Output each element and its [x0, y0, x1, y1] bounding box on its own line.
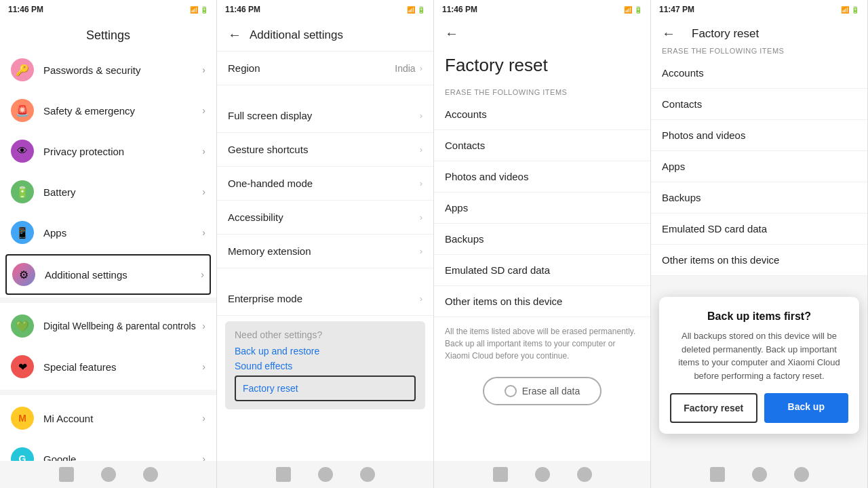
battery-chevron: ›	[202, 186, 205, 197]
mi-chevron: ›	[202, 413, 205, 424]
erase-other-3: Other items on this device	[434, 286, 650, 317]
status-bar-1: 11:46 PM 📶 🔋	[0, 0, 216, 19]
apps-chevron: ›	[202, 227, 205, 238]
battery-icon-4: 🔋	[851, 6, 859, 14]
google-chevron: ›	[202, 453, 205, 461]
back-btn-4[interactable]: ←	[662, 26, 675, 41]
erase-contacts-4: Contacts	[651, 89, 867, 120]
battery-icon-item: 🔋	[11, 180, 34, 203]
gesture-label: Gesture shortcuts	[228, 144, 420, 155]
signal-icon-2: 📶	[407, 6, 415, 14]
settings-item-mi[interactable]: M Mi Account ›	[0, 398, 216, 439]
factory-reset-btn-label: Factory reset	[684, 403, 743, 413]
settings-item-additional[interactable]: ⚙ Additional settings ›	[5, 254, 211, 295]
settings-list: 🔑 Passwords & security › 🚨 Safety & emer…	[0, 49, 216, 461]
onehand-item[interactable]: One-handed mode ›	[217, 167, 433, 201]
settings-item-apps[interactable]: 📱 Apps ›	[0, 212, 216, 253]
battery-icon-3: 🔋	[634, 6, 642, 14]
time-4: 11:47 PM	[659, 5, 694, 14]
bottom-nav-2	[217, 461, 433, 488]
nav-recent-3[interactable]	[577, 467, 592, 482]
erase-backups-3: Backups	[434, 224, 650, 255]
status-bar-4: 11:47 PM 📶 🔋	[651, 0, 867, 19]
gesture-item[interactable]: Gesture shortcuts ›	[217, 133, 433, 167]
accessibility-item[interactable]: Accessibility ›	[217, 201, 433, 235]
back-up-btn[interactable]: Back up	[764, 393, 849, 423]
back-up-btn-label: Back up	[788, 401, 825, 412]
settings-item-battery[interactable]: 🔋 Battery ›	[0, 171, 216, 212]
settings-item-special[interactable]: ❤ Special features ›	[0, 346, 216, 387]
erase-section-label-3: ERASE THE FOLLOWING ITEMS	[434, 83, 650, 99]
accessibility-label: Accessibility	[228, 211, 420, 223]
bottom-nav-4	[651, 461, 867, 488]
panel4-back-row: ← Factory reset	[651, 19, 867, 41]
erase-note-3: All the items listed above will be erase…	[434, 317, 650, 370]
settings-item-wellbeing[interactable]: 💚 Digital Wellbeing & parental controls …	[0, 306, 216, 346]
safety-label: Safety & emergency	[43, 105, 202, 117]
wellbeing-chevron: ›	[202, 321, 205, 331]
enterprise-item[interactable]: Enterprise mode ›	[217, 282, 433, 316]
erase-btn-container: Erase all data	[434, 370, 650, 412]
settings-item-privacy[interactable]: 👁 Privacy protection ›	[0, 131, 216, 171]
panel-settings: 11:46 PM 📶 🔋 Settings 🔑 Passwords & secu…	[0, 0, 217, 488]
factory-reset-btn[interactable]: Factory reset	[670, 393, 757, 423]
memory-item[interactable]: Memory extension ›	[217, 235, 433, 268]
onehand-label: One-handed mode	[228, 178, 420, 189]
nav-home-3[interactable]	[535, 467, 550, 482]
enterprise-label: Enterprise mode	[228, 293, 420, 304]
passwords-label: Passwords & security	[43, 64, 202, 76]
factory-reset-screen: ← Factory reset ERASE THE FOLLOWING ITEM…	[434, 19, 650, 461]
panel-factory-reset: 11:46 PM 📶 🔋 ← Factory reset ERASE THE F…	[434, 0, 651, 488]
nav-recent-1[interactable]	[143, 467, 158, 482]
backup-restore-link[interactable]: Back up and restore	[235, 346, 416, 357]
back-btn-2[interactable]: ←	[228, 27, 241, 43]
special-chevron: ›	[202, 361, 205, 372]
panel4-title: Factory reset	[692, 27, 759, 41]
google-icon: G	[11, 447, 34, 461]
additional-icon: ⚙	[12, 263, 35, 286]
settings-item-passwords[interactable]: 🔑 Passwords & security ›	[0, 49, 216, 90]
backup-dialog: Back up items first? All backups stored …	[659, 297, 859, 434]
nav-back-1[interactable]	[59, 467, 74, 482]
region-item[interactable]: Region India ›	[217, 52, 433, 85]
settings-screen: Settings 🔑 Passwords & security › 🚨 Safe…	[0, 19, 216, 461]
dialog-text: All backups stored on this device will b…	[670, 329, 848, 382]
fullscreen-item[interactable]: Full screen display ›	[217, 99, 433, 133]
nav-home-4[interactable]	[752, 467, 767, 482]
special-label: Special features	[43, 361, 202, 373]
erase-accounts-4: Accounts	[651, 58, 867, 89]
erase-sd-3: Emulated SD card data	[434, 255, 650, 286]
nav-back-2[interactable]	[276, 467, 291, 482]
settings-item-safety[interactable]: 🚨 Safety & emergency ›	[0, 90, 216, 131]
erase-photos-3: Photos and videos	[434, 161, 650, 192]
time-1: 11:46 PM	[8, 5, 43, 14]
bottom-nav-1	[0, 461, 216, 488]
safety-icon: 🚨	[11, 99, 34, 122]
factory-reset-link[interactable]: Factory reset	[235, 375, 416, 401]
sound-effects-link[interactable]: Sound effects	[235, 361, 416, 371]
settings-item-google[interactable]: G Google ›	[0, 439, 216, 461]
battery-icon-2: 🔋	[417, 6, 425, 14]
additional-label: Additional settings	[45, 269, 201, 281]
battery-icon: 🔋	[200, 6, 208, 14]
erase-backups-4: Backups	[651, 182, 867, 214]
apps-label: Apps	[43, 227, 202, 239]
passwords-icon: 🔑	[11, 58, 34, 81]
erase-contacts-3: Contacts	[434, 130, 650, 161]
back-btn-3[interactable]: ←	[445, 26, 458, 41]
nav-back-3[interactable]	[493, 467, 508, 482]
panel3-back-row: ←	[434, 19, 650, 41]
status-icons-1: 📶 🔋	[190, 6, 208, 14]
special-icon: ❤	[11, 355, 34, 378]
privacy-chevron: ›	[202, 146, 205, 157]
nav-recent-2[interactable]	[360, 467, 375, 482]
nav-recent-4[interactable]	[794, 467, 809, 482]
nav-home-2[interactable]	[318, 467, 333, 482]
mi-label: Mi Account	[43, 413, 202, 424]
nav-home-1[interactable]	[101, 467, 116, 482]
nav-back-4-btn[interactable]	[710, 467, 725, 482]
erase-all-button[interactable]: Erase all data	[483, 377, 602, 405]
additional-screen: ← Additional settings Region India › Ful…	[217, 19, 433, 461]
fullscreen-chevron: ›	[420, 110, 422, 121]
apps-icon: 📱	[11, 221, 34, 244]
